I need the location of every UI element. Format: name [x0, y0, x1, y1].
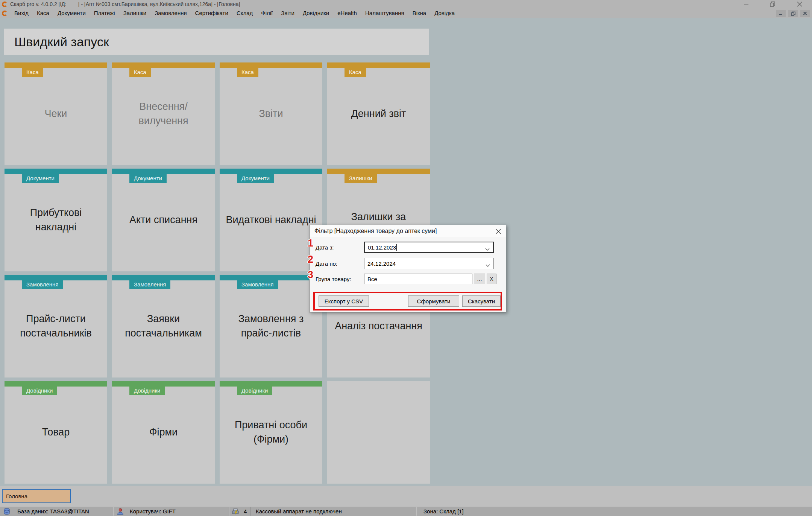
tile-label: Внесення/вилучення [118, 100, 209, 128]
category-strip [5, 169, 107, 174]
tile-vydatkovi-nakladni[interactable]: Документи Видаткові накладні [220, 169, 322, 271]
menu-item-filii[interactable]: Філії [257, 8, 277, 18]
category-badge: Довідники [22, 387, 57, 395]
tile-zamovlennia-z-prais-lystiv[interactable]: Замовлення Замовлення з прайс-листів [220, 275, 322, 377]
category-strip [112, 275, 215, 280]
category-strip [5, 62, 107, 68]
annotation-2: 2 [308, 254, 313, 265]
database-status: База даних: TASA3@TITAN [17, 508, 89, 514]
cash-register-icon [232, 508, 239, 515]
tile-zvity[interactable]: Каса Звіти [220, 62, 322, 165]
tile-akty-spysannia[interactable]: Документи Акти списання [112, 169, 215, 271]
tile-label: Денний звіт [351, 107, 406, 121]
user-icon [117, 508, 124, 515]
app-logo-icon [2, 11, 8, 16]
category-badge: Каса [22, 68, 43, 77]
category-strip [112, 169, 215, 174]
window-controls [740, 0, 806, 8]
generate-button[interactable]: Сформувати [408, 295, 459, 307]
cash-register-status: Кассовый аппарат не подключен [256, 508, 342, 514]
tile-label: Видаткові накладні [226, 213, 316, 227]
app-logo-icon [2, 2, 8, 7]
tile-cheky[interactable]: Каса Чеки [5, 62, 107, 165]
goods-group-label: Група товару: [316, 276, 351, 282]
menu-item-dovidnyky[interactable]: Довідники [299, 8, 333, 18]
menu-item-nalashtuvannia[interactable]: Налаштування [361, 8, 408, 18]
window-title: Скарб pro v. 4.0.0.2 [ІД: | - [Апт №003 … [10, 1, 240, 7]
category-strip [5, 381, 107, 387]
menu-item-sklad[interactable]: Склад [232, 8, 257, 18]
menu-item-sertyfikaty[interactable]: Сертифікати [191, 8, 232, 18]
mdi-window-controls [776, 10, 810, 17]
app-window: Скарб pro v. 4.0.0.2 [ІД: | - [Апт №003 … [0, 0, 812, 516]
export-csv-button[interactable]: Експорт у CSV [319, 295, 369, 307]
menu-item-zvity[interactable]: Звіти [277, 8, 299, 18]
category-badge: Замовлення [237, 280, 278, 289]
database-icon [3, 508, 11, 515]
text-caret [396, 244, 397, 251]
tile-zaiavky-postachalnykam[interactable]: Замовлення Заявки постачальникам [112, 275, 215, 377]
cancel-button[interactable]: Скасувати [462, 295, 501, 307]
menu-item-vyhid[interactable]: Вихід [10, 8, 33, 18]
tile-label: Звіти [259, 107, 283, 121]
category-badge: Довідники [237, 387, 272, 395]
menu-item-platezhi[interactable]: Платежі [90, 8, 119, 18]
tab-strip: Головна [0, 486, 812, 506]
category-strip [327, 169, 430, 174]
tile-label: Товар [42, 425, 70, 440]
annotation-3: 3 [308, 269, 313, 281]
tile-firmy[interactable]: Довідники Фірми [112, 381, 215, 484]
tile-tovar[interactable]: Довідники Товар [5, 381, 107, 484]
minimize-icon[interactable] [740, 0, 753, 8]
status-bar: База даних: TASA3@TITAN Користувач: GIFT… [0, 506, 812, 516]
clear-x-button[interactable]: X [487, 274, 496, 284]
annotation-1: 1 [308, 237, 313, 249]
tile-label: Чеки [45, 107, 67, 121]
tile-label: Заявки постачальникам [118, 312, 209, 341]
browse-ellipsis-button[interactable]: … [474, 274, 485, 284]
category-strip [112, 381, 215, 387]
tile-prais-lysty-postachalnykiv[interactable]: Замовлення Прайс-листи постачальників [5, 275, 107, 377]
category-strip [5, 275, 107, 280]
date-from-label: Дата з: [316, 244, 334, 251]
tile-pryvatni-osoby[interactable]: Довідники Приватні особи (Фірми) [220, 381, 322, 484]
tile-label: Аналіз постачання [335, 319, 422, 333]
date-from-input[interactable]: 01.12.2023 [364, 242, 494, 253]
tile-label: Акти списання [129, 213, 197, 227]
menu-item-ehealth[interactable]: eHealth [333, 8, 361, 18]
filter-dialog: Фільтр [Надходження товару до аптек суми… [309, 225, 506, 312]
tile-vnesennia-vyluchennia[interactable]: Каса Внесення/вилучення [112, 62, 215, 165]
close-icon[interactable] [793, 0, 806, 8]
user-status: Користувач: GIFT [130, 508, 176, 514]
tile-label: Прибуткові накладні [11, 206, 101, 234]
chevron-down-icon[interactable] [486, 262, 490, 268]
category-badge: Замовлення [129, 280, 170, 289]
tile-empty [327, 381, 430, 484]
goods-group-input[interactable]: Все [364, 274, 472, 284]
category-badge: Залишки [345, 174, 377, 183]
menu-item-vikna[interactable]: Вікна [408, 8, 431, 18]
restore-icon[interactable] [766, 0, 779, 8]
category-strip [220, 62, 322, 68]
chevron-down-icon[interactable] [485, 246, 490, 252]
dialog-title: Фільтр [Надходження товару до аптек суми… [310, 225, 506, 237]
menu-item-zalyshky[interactable]: Залишки [119, 8, 151, 18]
category-badge: Документи [129, 174, 167, 183]
mdi-close-icon[interactable] [800, 10, 810, 17]
category-strip [220, 275, 322, 280]
menu-item-dokumenty[interactable]: Документи [53, 8, 90, 18]
category-strip [112, 62, 215, 68]
menu-item-dovidka[interactable]: Довідка [430, 8, 459, 18]
tile-prybutkovi-nakladni[interactable]: Документи Прибуткові накладні [5, 169, 107, 271]
mdi-restore-icon[interactable] [788, 10, 798, 17]
dialog-close-icon[interactable] [495, 228, 502, 235]
category-badge: Каса [237, 68, 258, 77]
title-bar: Скарб pro v. 4.0.0.2 [ІД: | - [Апт №003 … [0, 0, 812, 8]
mdi-minimize-icon[interactable] [776, 10, 786, 17]
menu-item-zamovlennia[interactable]: Замовлення [150, 8, 191, 18]
date-to-input[interactable]: 24.12.2024 [364, 258, 494, 269]
tile-dennyi-zvit[interactable]: Каса Денний звіт [327, 62, 430, 165]
tab-holovna[interactable]: Головна [2, 489, 71, 503]
menu-item-kasa[interactable]: Каса [33, 8, 53, 18]
separator [229, 507, 229, 516]
